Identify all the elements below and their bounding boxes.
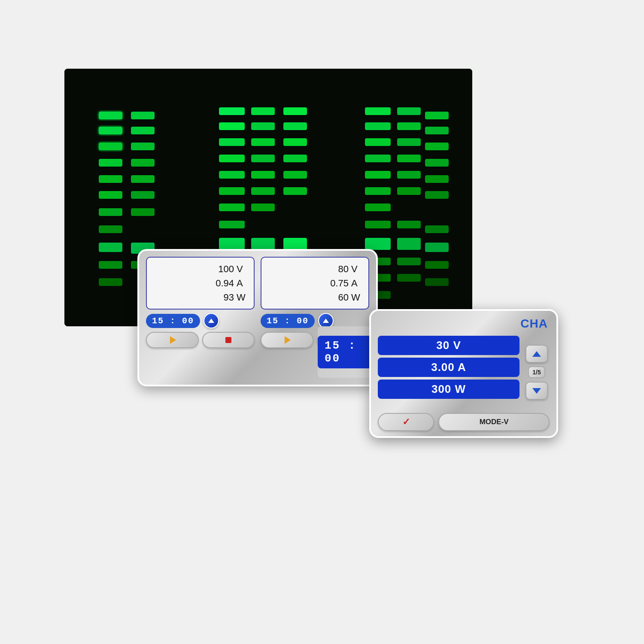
svg-rect-44 [283,122,307,130]
channel-a-voltage-row: 100 V [212,262,249,276]
mode-button[interactable]: MODE-V [438,413,550,431]
main-container: 100 V 0.94 A 93 W 15 : 00 [43,43,601,601]
svg-rect-5 [99,175,122,183]
svg-rect-69 [397,221,421,228]
panel2-current: 3.00 A [378,358,519,377]
panel2-header: CHA [378,317,550,331]
svg-rect-53 [365,138,391,146]
check-button[interactable]: ✓ [378,413,434,431]
channel-a: 100 V 0.94 A 93 W 15 : 00 [146,257,255,380]
svg-rect-13 [131,127,155,134]
chevron-up-button[interactable] [526,345,548,363]
channel-a-readout: 100 V 0.94 A 93 W [146,257,255,310]
svg-rect-18 [131,208,155,216]
channel-b-play-button[interactable] [261,332,313,348]
svg-rect-70 [397,238,421,250]
svg-rect-12 [131,112,155,119]
svg-rect-68 [397,187,421,195]
svg-rect-54 [365,155,391,162]
svg-rect-33 [251,107,275,115]
chevron-down-button[interactable] [526,382,548,400]
svg-rect-52 [365,122,391,130]
channel-b-power-row: 60 W [326,290,363,304]
svg-rect-80 [425,243,449,252]
svg-rect-6 [99,191,122,199]
svg-rect-47 [283,171,307,179]
channel-a-current-row: 0.94 A [212,276,249,290]
svg-rect-2 [99,127,122,134]
channel-a-stop-button[interactable] [202,332,255,348]
svg-rect-57 [365,204,391,211]
channel-b-current-unit: A [351,276,363,290]
play-icon [170,336,176,344]
svg-rect-24 [219,155,245,162]
svg-rect-15 [131,159,155,167]
svg-rect-22 [219,122,245,130]
channel-a-current-unit: A [237,276,249,290]
svg-rect-7 [99,208,122,216]
svg-rect-51 [365,107,391,115]
svg-rect-64 [397,122,421,130]
svg-rect-65 [397,138,421,146]
svg-rect-39 [251,204,275,211]
svg-rect-17 [131,191,155,199]
channel-b-power: 60 [326,290,349,304]
channel-b-readout: 80 V 0.75 A 60 W [261,257,369,310]
channel-b-power-unit: W [351,290,363,304]
svg-rect-26 [219,187,245,195]
panel2-bottom-controls: ✓ MODE-V [378,413,550,431]
svg-rect-82 [425,278,449,286]
svg-rect-43 [283,107,307,115]
svg-rect-37 [251,171,275,179]
svg-rect-16 [131,175,155,183]
svg-rect-78 [425,191,449,199]
svg-rect-8 [99,225,122,233]
channel-a-power: 93 [212,290,234,304]
panel2-power: 300 W [378,380,519,399]
channel-b-timer[interactable]: 15 : 00 [261,314,315,328]
channel-a-play-button[interactable] [146,332,199,348]
channel-a-timer-row: 15 : 00 [146,313,255,328]
svg-rect-4 [99,159,122,167]
check-icon: ✓ [402,416,410,428]
channel-a-voltage-unit: V [237,262,249,276]
panel2-voltage: 30 V [378,336,519,355]
panel2-main: 30 V 3.00 A 300 W 1/5 [378,336,550,409]
svg-rect-56 [365,187,391,195]
channel-a-voltage: 100 [212,262,234,276]
svg-rect-1 [99,112,122,119]
svg-rect-35 [251,138,275,146]
chevron-up-icon [532,351,541,357]
svg-rect-27 [219,204,245,211]
svg-rect-76 [425,159,449,167]
svg-rect-45 [283,138,307,146]
svg-rect-14 [131,143,155,150]
play-icon-b [285,336,291,344]
svg-rect-67 [397,171,421,179]
channel-b-voltage-unit: V [351,262,363,276]
panel2-controls: 1/5 [524,336,550,409]
channel-a-power-unit: W [237,290,249,304]
svg-rect-63 [397,107,421,115]
panel2-readouts: 30 V 3.00 A 300 W [378,336,519,409]
svg-rect-75 [425,143,449,150]
panel2: CHA 30 V 3.00 A 300 W 1/5 ✓ MODE-V [369,309,558,438]
svg-rect-38 [251,187,275,195]
channel-a-controls [146,332,255,348]
channel-b-current-row: 0.75 A [326,276,363,290]
svg-rect-28 [219,221,245,228]
channel-b-voltage-row: 80 V [326,262,363,276]
svg-rect-3 [99,143,122,150]
svg-rect-77 [425,175,449,183]
svg-rect-10 [99,261,122,269]
svg-rect-40 [251,238,275,250]
channel-a-power-row: 93 W [212,290,249,304]
channel-a-up-button[interactable] [204,313,219,328]
svg-rect-58 [365,221,391,228]
svg-rect-29 [219,238,245,250]
svg-rect-66 [397,155,421,162]
channel-a-timer[interactable]: 15 : 00 [146,314,200,328]
svg-rect-71 [397,258,421,265]
channel-b-current: 0.75 [326,276,349,290]
svg-rect-21 [219,107,245,115]
